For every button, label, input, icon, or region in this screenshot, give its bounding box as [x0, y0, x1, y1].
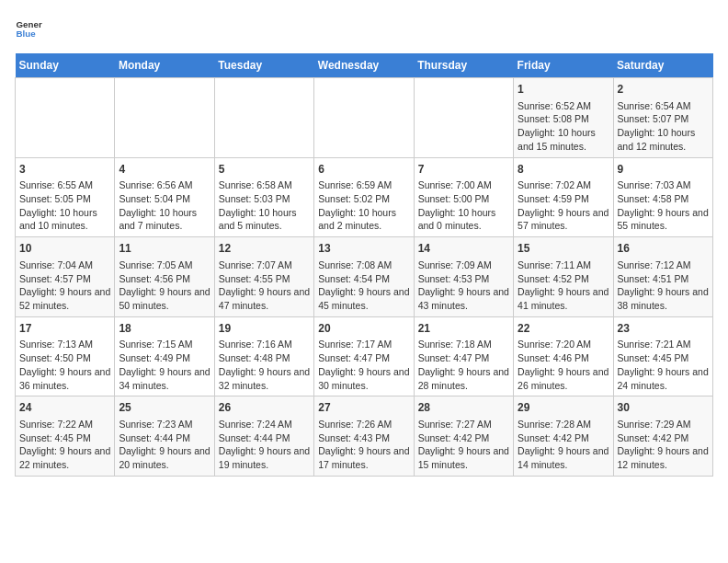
calendar-cell: 11Sunrise: 7:05 AM Sunset: 4:56 PM Dayli…: [115, 237, 214, 317]
day-number: 3: [19, 162, 110, 178]
day-number: 19: [219, 321, 310, 337]
calendar-cell: 5Sunrise: 6:58 AM Sunset: 5:03 PM Daylig…: [214, 157, 313, 237]
day-number: 17: [19, 321, 110, 337]
logo: General Blue: [15, 15, 46, 42]
day-number: 1: [518, 82, 609, 98]
header-wednesday: Wednesday: [314, 53, 414, 78]
day-number: 12: [219, 241, 310, 257]
calendar-cell: 10Sunrise: 7:04 AM Sunset: 4:57 PM Dayli…: [16, 237, 115, 317]
calendar-cell: 1Sunrise: 6:52 AM Sunset: 5:08 PM Daylig…: [514, 78, 613, 158]
calendar-cell: 22Sunrise: 7:20 AM Sunset: 4:46 PM Dayli…: [514, 316, 613, 396]
calendar-cell: [414, 78, 513, 158]
day-info: Sunrise: 6:59 AM Sunset: 5:02 PM Dayligh…: [318, 178, 409, 233]
day-info: Sunrise: 7:16 AM Sunset: 4:48 PM Dayligh…: [219, 338, 310, 392]
day-info: Sunrise: 7:02 AM Sunset: 4:59 PM Dayligh…: [518, 178, 609, 233]
calendar-cell: 21Sunrise: 7:18 AM Sunset: 4:47 PM Dayli…: [414, 316, 513, 396]
calendar-cell: 9Sunrise: 7:03 AM Sunset: 4:58 PM Daylig…: [613, 157, 712, 237]
calendar-cell: 7Sunrise: 7:00 AM Sunset: 5:00 PM Daylig…: [414, 157, 513, 237]
calendar-cell: 15Sunrise: 7:11 AM Sunset: 4:52 PM Dayli…: [514, 237, 613, 317]
day-number: 29: [518, 400, 609, 416]
week-row-4: 17Sunrise: 7:13 AM Sunset: 4:50 PM Dayli…: [16, 316, 713, 396]
calendar-cell: 6Sunrise: 6:59 AM Sunset: 5:02 PM Daylig…: [314, 157, 414, 237]
day-number: 4: [119, 162, 210, 178]
calendar-cell: 20Sunrise: 7:17 AM Sunset: 4:47 PM Dayli…: [314, 316, 414, 396]
day-info: Sunrise: 7:15 AM Sunset: 4:49 PM Dayligh…: [119, 338, 210, 392]
day-info: Sunrise: 7:03 AM Sunset: 4:58 PM Dayligh…: [618, 178, 709, 233]
day-number: 14: [418, 241, 509, 257]
calendar-cell: [16, 78, 115, 158]
day-info: Sunrise: 7:23 AM Sunset: 4:44 PM Dayligh…: [119, 418, 210, 472]
calendar-table: SundayMondayTuesdayWednesdayThursdayFrid…: [15, 53, 713, 477]
header-monday: Monday: [115, 53, 214, 78]
day-info: Sunrise: 6:58 AM Sunset: 5:03 PM Dayligh…: [219, 178, 310, 233]
day-info: Sunrise: 7:05 AM Sunset: 4:56 PM Dayligh…: [119, 259, 210, 313]
week-row-3: 10Sunrise: 7:04 AM Sunset: 4:57 PM Dayli…: [16, 237, 713, 317]
calendar-cell: 19Sunrise: 7:16 AM Sunset: 4:48 PM Dayli…: [214, 316, 313, 396]
day-info: Sunrise: 6:52 AM Sunset: 5:08 PM Dayligh…: [518, 99, 609, 154]
calendar-cell: 27Sunrise: 7:26 AM Sunset: 4:43 PM Dayli…: [314, 396, 414, 477]
day-info: Sunrise: 7:08 AM Sunset: 4:54 PM Dayligh…: [318, 259, 409, 313]
header-thursday: Thursday: [414, 53, 513, 78]
day-number: 15: [518, 241, 609, 257]
day-info: Sunrise: 7:26 AM Sunset: 4:43 PM Dayligh…: [318, 418, 409, 472]
calendar-cell: 14Sunrise: 7:09 AM Sunset: 4:53 PM Dayli…: [414, 237, 513, 317]
calendar-cell: 8Sunrise: 7:02 AM Sunset: 4:59 PM Daylig…: [514, 157, 613, 237]
header-sunday: Sunday: [16, 53, 115, 78]
week-row-1: 1Sunrise: 6:52 AM Sunset: 5:08 PM Daylig…: [16, 78, 713, 158]
calendar-cell: 25Sunrise: 7:23 AM Sunset: 4:44 PM Dayli…: [115, 396, 214, 477]
day-info: Sunrise: 7:17 AM Sunset: 4:47 PM Dayligh…: [318, 338, 409, 392]
day-number: 22: [518, 321, 609, 337]
header-saturday: Saturday: [613, 53, 712, 78]
day-info: Sunrise: 7:04 AM Sunset: 4:57 PM Dayligh…: [19, 259, 110, 313]
header-friday: Friday: [514, 53, 613, 78]
calendar-cell: [115, 78, 214, 158]
day-number: 23: [618, 321, 709, 337]
day-info: Sunrise: 7:24 AM Sunset: 4:44 PM Dayligh…: [219, 418, 310, 472]
day-info: Sunrise: 7:11 AM Sunset: 4:52 PM Dayligh…: [518, 259, 609, 313]
calendar-cell: 28Sunrise: 7:27 AM Sunset: 4:42 PM Dayli…: [414, 396, 513, 477]
day-info: Sunrise: 6:55 AM Sunset: 5:05 PM Dayligh…: [19, 178, 110, 233]
day-info: Sunrise: 7:28 AM Sunset: 4:42 PM Dayligh…: [518, 418, 609, 472]
day-number: 9: [618, 162, 709, 178]
day-number: 26: [219, 400, 310, 416]
day-info: Sunrise: 7:20 AM Sunset: 4:46 PM Dayligh…: [518, 338, 609, 392]
day-info: Sunrise: 6:54 AM Sunset: 5:07 PM Dayligh…: [618, 99, 709, 154]
calendar-cell: 4Sunrise: 6:56 AM Sunset: 5:04 PM Daylig…: [115, 157, 214, 237]
day-number: 24: [19, 400, 110, 416]
day-number: 11: [119, 241, 210, 257]
calendar-cell: 12Sunrise: 7:07 AM Sunset: 4:55 PM Dayli…: [214, 237, 313, 317]
day-number: 21: [418, 321, 509, 337]
day-info: Sunrise: 7:07 AM Sunset: 4:55 PM Dayligh…: [219, 259, 310, 313]
calendar-cell: 18Sunrise: 7:15 AM Sunset: 4:49 PM Dayli…: [115, 316, 214, 396]
day-number: 20: [318, 321, 409, 337]
week-row-5: 24Sunrise: 7:22 AM Sunset: 4:45 PM Dayli…: [16, 396, 713, 477]
day-info: Sunrise: 7:18 AM Sunset: 4:47 PM Dayligh…: [418, 338, 509, 392]
day-number: 25: [119, 400, 210, 416]
day-number: 18: [119, 321, 210, 337]
header-tuesday: Tuesday: [214, 53, 313, 78]
calendar-cell: 16Sunrise: 7:12 AM Sunset: 4:51 PM Dayli…: [613, 237, 712, 317]
logo-icon: General Blue: [15, 15, 42, 42]
day-number: 30: [618, 400, 709, 416]
day-number: 7: [418, 162, 509, 178]
day-info: Sunrise: 6:56 AM Sunset: 5:04 PM Dayligh…: [119, 178, 210, 233]
calendar-cell: 3Sunrise: 6:55 AM Sunset: 5:05 PM Daylig…: [16, 157, 115, 237]
page-header: General Blue: [15, 15, 713, 42]
day-number: 13: [318, 241, 409, 257]
day-number: 5: [219, 162, 310, 178]
svg-text:Blue: Blue: [17, 29, 37, 39]
calendar-cell: [314, 78, 414, 158]
svg-text:General: General: [17, 19, 43, 29]
day-number: 16: [618, 241, 709, 257]
day-info: Sunrise: 7:13 AM Sunset: 4:50 PM Dayligh…: [19, 338, 110, 392]
day-info: Sunrise: 7:22 AM Sunset: 4:45 PM Dayligh…: [19, 418, 110, 472]
calendar-header-row: SundayMondayTuesdayWednesdayThursdayFrid…: [16, 53, 713, 78]
calendar-cell: 2Sunrise: 6:54 AM Sunset: 5:07 PM Daylig…: [613, 78, 712, 158]
day-info: Sunrise: 7:00 AM Sunset: 5:00 PM Dayligh…: [418, 178, 509, 233]
calendar-cell: 29Sunrise: 7:28 AM Sunset: 4:42 PM Dayli…: [514, 396, 613, 477]
calendar-cell: [214, 78, 313, 158]
day-number: 6: [318, 162, 409, 178]
day-number: 2: [618, 82, 709, 98]
day-info: Sunrise: 7:12 AM Sunset: 4:51 PM Dayligh…: [618, 259, 709, 313]
calendar-cell: 13Sunrise: 7:08 AM Sunset: 4:54 PM Dayli…: [314, 237, 414, 317]
